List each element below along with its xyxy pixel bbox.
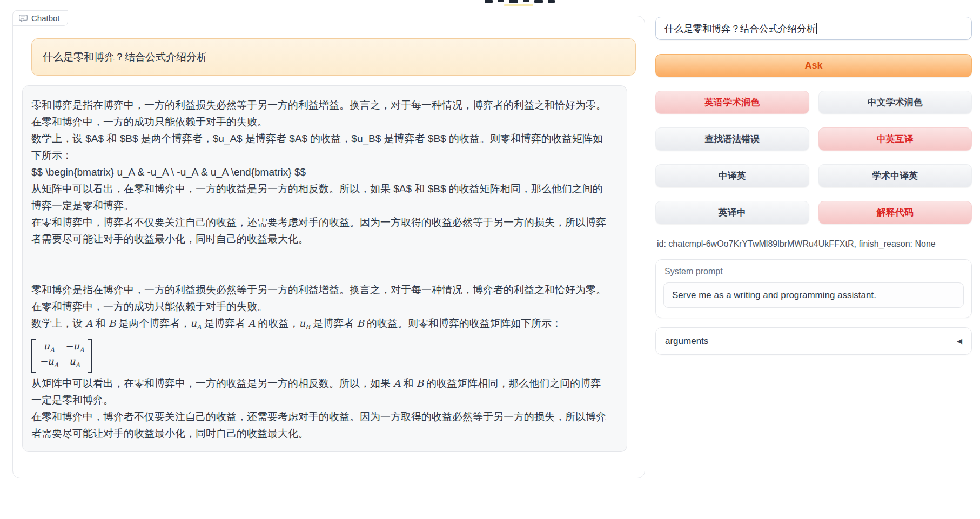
arguments-accordion-header[interactable]: arguments ◀ — [655, 327, 972, 355]
matrix-cell: −uA — [39, 355, 58, 371]
completion-status-line: id: chatcmpl-6wOo7KrYTwMl89lbrMWRu4UkFFX… — [657, 239, 936, 249]
bot-rendered-conclusion: 从矩阵中可以看出，在零和博弈中，一方的收益是另一方的相反数。所以，如果 A 和 … — [31, 375, 610, 408]
arguments-accordion-label: arguments — [665, 336, 708, 347]
chatbot-panel: Chatbot 什么是零和博弈？结合公式介绍分析 零和博弈是指在博弈中，一方的利… — [12, 16, 645, 478]
text-cursor — [816, 23, 817, 34]
chatbot-label: Chatbot — [31, 14, 60, 23]
bot-raw-matrix-latex: $$ \begin{bmatrix} u_A & -u_A \ -u_A & u… — [31, 164, 610, 180]
cropped-page-title — [485, 0, 555, 4]
payoff-matrix: uA−uA−uAuA — [31, 336, 610, 375]
chat-bubble-icon — [19, 15, 28, 22]
function-button-label: 解释代码 — [877, 206, 914, 219]
function-button-4[interactable]: 中译英 — [655, 164, 809, 187]
bot-rendered-strategy: 在零和博弈中，博弈者不仅要关注自己的收益，还需要考虑对手的收益。因为一方取得的收… — [31, 408, 610, 442]
function-button-label: 查找语法错误 — [704, 133, 760, 145]
matrix-right-bracket — [88, 339, 92, 373]
matrix-cell: uA — [65, 355, 84, 371]
system-prompt-input[interactable]: Serve me as a writing and programming as… — [663, 282, 964, 308]
system-prompt-label: System prompt — [664, 267, 723, 277]
function-button-7[interactable]: 解释代码 — [818, 201, 972, 224]
function-button-label: 英语学术润色 — [704, 96, 760, 109]
matrix-cell: −uA — [65, 340, 84, 356]
bot-message-bubble: 零和博弈是指在博弈中，一方的利益损失必然等于另一方的利益增益。换言之，对于每一种… — [22, 85, 627, 452]
bot-raw-intro: 零和博弈是指在博弈中，一方的利益损失必然等于另一方的利益增益。换言之，对于每一种… — [31, 97, 610, 130]
bot-message-raw-block: 零和博弈是指在博弈中，一方的利益损失必然等于另一方的利益增益。换言之，对于每一种… — [31, 97, 610, 247]
bot-raw-strategy: 在零和博弈中，博弈者不仅要关注自己的收益，还需要考虑对手的收益。因为一方取得的收… — [31, 214, 610, 247]
query-input-value: 什么是零和博弈？结合公式介绍分析 — [664, 22, 816, 35]
bot-rendered-math-setup: 数学上，设 A 和 B 是两个博弈者，uA 是博弈者 A 的收益，uB 是博弈者… — [31, 315, 610, 336]
query-input[interactable]: 什么是零和博弈？结合公式介绍分析 — [655, 17, 972, 40]
user-message-text: 什么是零和博弈？结合公式介绍分析 — [43, 50, 207, 64]
bot-raw-math-setup: 数学上，设 $A$ 和 $B$ 是两个博弈者，$u_A$ 是博弈者 $A$ 的收… — [31, 130, 610, 164]
system-prompt-value: Serve me as a writing and programming as… — [672, 290, 876, 301]
accordion-collapse-icon: ◀ — [957, 337, 962, 345]
chatbot-label-tab: Chatbot — [12, 10, 68, 26]
function-button-label: 学术中译英 — [872, 170, 918, 182]
function-button-label: 英译中 — [719, 206, 746, 219]
matrix-left-bracket — [31, 339, 36, 373]
function-button-label: 中文学术润色 — [868, 96, 923, 109]
matrix-cell: uA — [39, 340, 58, 356]
bot-message-rendered-block: 零和博弈是指在博弈中，一方的利益损失必然等于另一方的利益增益。换言之，对于每一种… — [31, 281, 610, 442]
function-button-5[interactable]: 学术中译英 — [818, 164, 972, 187]
bot-raw-conclusion: 从矩阵中可以看出，在零和博弈中，一方的收益是另一方的相反数。所以，如果 $A$ … — [31, 180, 610, 214]
ask-button[interactable]: Ask — [655, 54, 972, 77]
function-button-6[interactable]: 英译中 — [655, 201, 809, 224]
function-button-0[interactable]: 英语学术润色 — [655, 91, 809, 114]
system-prompt-box: System prompt Serve me as a writing and … — [655, 259, 972, 318]
cropped-title-highlight — [504, 4, 533, 6]
user-message-bubble: 什么是零和博弈？结合公式介绍分析 — [31, 38, 636, 76]
function-button-3[interactable]: 中英互译 — [818, 127, 972, 151]
ask-button-label: Ask — [804, 60, 822, 71]
function-button-1[interactable]: 中文学术润色 — [818, 91, 972, 114]
function-button-2[interactable]: 查找语法错误 — [655, 127, 809, 151]
function-button-grid: 英语学术润色中文学术润色查找语法错误中英互译中译英学术中译英英译中解释代码 — [655, 91, 972, 224]
function-button-label: 中英互译 — [877, 133, 914, 145]
bot-rendered-intro: 零和博弈是指在博弈中，一方的利益损失必然等于另一方的利益增益。换言之，对于每一种… — [31, 281, 610, 315]
function-button-label: 中译英 — [719, 170, 746, 182]
